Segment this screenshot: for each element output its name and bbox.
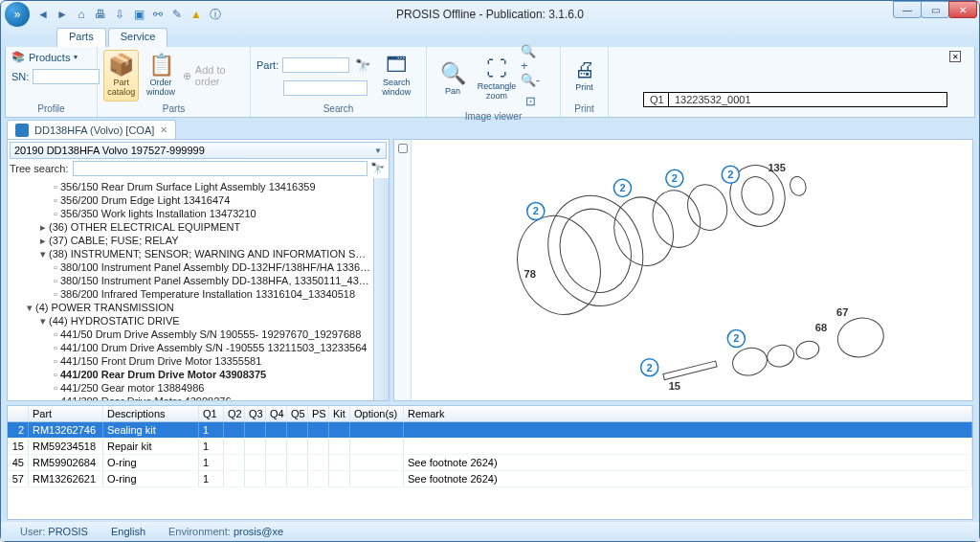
qat-home-icon[interactable]: ⌂	[74, 7, 89, 22]
tree-node[interactable]: 441/300 Rear Drive Motor 43908276	[13, 395, 371, 400]
tree-node[interactable]: (4) POWER TRANSMISSION	[13, 301, 371, 314]
col-header[interactable]: Part	[29, 406, 103, 421]
tree-node[interactable]: 356/200 Drum Edge Light 13416474	[13, 193, 371, 207]
svg-point-5	[681, 179, 732, 235]
minimize-button[interactable]: —	[893, 1, 922, 18]
tree-node[interactable]: 356/150 Rear Drum Surface Light Assembly…	[13, 180, 371, 193]
qat-export-icon[interactable]: ⇩	[112, 7, 127, 22]
tree-search-input[interactable]	[73, 161, 368, 176]
col-header[interactable]: Descriptions	[103, 406, 199, 421]
pan-button[interactable]: 🔍Pan	[433, 54, 473, 105]
svg-rect-13	[663, 361, 717, 380]
q1-close-icon[interactable]: ✕	[949, 51, 961, 62]
status-env: prosis@xe	[234, 526, 283, 537]
tree-node[interactable]: 356/350 Work lights Installation 1347321…	[13, 207, 371, 220]
print-button[interactable]: 🖨Print	[567, 50, 602, 102]
callout: 2	[666, 169, 683, 187]
model-combo[interactable]: 20190 DD138HFA Volvo 197527-999999▼	[10, 142, 387, 159]
svg-text:2: 2	[672, 172, 678, 184]
search-window-button[interactable]: 🗔Search window	[376, 50, 416, 102]
order-window-button[interactable]: 📋Order window	[143, 50, 178, 102]
qat-back-icon[interactable]: ◄	[35, 7, 51, 22]
image-panel: 2 78 2 2 2 135 2 15 2 67 68	[393, 139, 973, 401]
maximize-button[interactable]: ▭	[921, 1, 949, 18]
zoom-out-icon[interactable]: 🔍-	[521, 70, 540, 89]
qat-box-icon[interactable]: ▣	[131, 7, 146, 22]
col-header[interactable]: Option(s)	[350, 406, 404, 421]
svg-text:2: 2	[727, 169, 733, 180]
tree-node[interactable]: 441/200 Rear Drum Drive Motor 43908375	[13, 368, 371, 381]
tree-node[interactable]: 386/200 Infrared Temperature Installatio…	[13, 287, 371, 301]
part-catalog-button[interactable]: 📦Part catalog	[103, 50, 139, 102]
table-row[interactable]: 2RM13262746Sealing kit1	[8, 422, 972, 439]
doc-tab[interactable]: DD138HFA (Volvo) [COA] ✕	[7, 120, 176, 139]
tab-service[interactable]: Service	[108, 28, 168, 47]
qat-link-icon[interactable]: ⚯	[150, 7, 166, 22]
col-header[interactable]	[8, 406, 29, 421]
table-row[interactable]: 15RM59234518Repair kit1	[8, 439, 972, 455]
tree-node[interactable]: (36) OTHER ELECTRICAL EQUIPMENT	[13, 220, 371, 234]
col-header[interactable]: Q4	[266, 406, 287, 421]
binoculars-icon[interactable]: 🔭	[353, 56, 372, 75]
col-header[interactable]: Remark	[404, 406, 972, 421]
window-controls: — ▭ ✕	[894, 1, 977, 18]
tree-node[interactable]: (37) CABLE; FUSE; RELAY	[13, 234, 371, 247]
tab-parts[interactable]: Parts	[56, 28, 106, 47]
col-header[interactable]: PS	[308, 406, 329, 421]
part-input[interactable]	[282, 57, 349, 73]
zoom-fit-icon[interactable]: ⊡	[521, 91, 540, 110]
qat-tool-icon[interactable]: ✎	[169, 7, 185, 22]
titlebar: » ◄ ► ⌂ 🖶 ⇩ ▣ ⚯ ✎ ▲ ⓘ PROSIS Offline - P…	[1, 1, 979, 28]
status-lang[interactable]: English	[111, 526, 145, 537]
sn-input[interactable]	[33, 69, 100, 84]
add-to-order-button[interactable]: Add to order	[195, 64, 244, 87]
qat-info-icon[interactable]: ⓘ	[208, 7, 223, 22]
tree-node[interactable]: 380/150 Instrument Panel Assembly DD-138…	[13, 274, 371, 287]
tree-node[interactable]: 441/150 Front Drum Drive Motor 13355581	[13, 354, 371, 368]
tree-node[interactable]: 441/250 Gear motor 13884986	[13, 381, 371, 395]
table-row[interactable]: 57RM13262621O-ring1See footnote 2624)	[8, 471, 972, 487]
tree-node[interactable]: (38) INSTRUMENT; SENSOR; WARNING AND INF…	[13, 247, 371, 260]
quick-access-toolbar: ◄ ► ⌂ 🖶 ⇩ ▣ ⚯ ✎ ▲ ⓘ	[35, 7, 223, 22]
tree-node[interactable]: 380/100 Instrument Panel Assembly DD-132…	[13, 260, 371, 274]
col-header[interactable]: Q5	[287, 406, 308, 421]
svg-point-0	[534, 183, 657, 318]
tree-search-icon[interactable]: 🔭	[368, 162, 387, 175]
callout: 2	[722, 166, 739, 183]
tree-node[interactable]: 441/100 Drum Drive Assembly S/N -190555 …	[13, 341, 371, 354]
tree-scrollbar[interactable]	[373, 178, 389, 400]
parts-tree[interactable]: 356/150 Rear Drum Surface Light Assembly…	[8, 178, 373, 400]
qat-warn-icon[interactable]: ▲	[189, 7, 204, 22]
part-select[interactable]	[283, 80, 368, 96]
qat-print-icon[interactable]: 🖶	[93, 7, 108, 22]
table-header[interactable]: PartDescriptionsQ1Q2Q3Q4Q5PSKitOption(s)…	[8, 406, 972, 422]
svg-point-2	[505, 205, 613, 326]
ribbon-tabs: Parts Service	[1, 28, 979, 47]
zoom-in-icon[interactable]: 🔍+	[521, 49, 540, 68]
close-button[interactable]: ✕	[948, 1, 977, 18]
parts-diagram[interactable]: 2 78 2 2 2 135 2 15 2 67 68	[412, 140, 972, 400]
status-user: PROSIS	[48, 526, 88, 537]
products-label[interactable]: Products	[29, 52, 70, 63]
ribbon: 📚Products▾ SN: Profile 📦Part catalog 📋Or…	[5, 47, 975, 118]
doc-tab-close-icon[interactable]: ✕	[160, 124, 167, 135]
thumbnail-strip[interactable]	[394, 140, 412, 400]
tree-node[interactable]: (44) HYDROSTATIC DRIVE	[13, 314, 371, 327]
svg-point-4	[646, 184, 708, 253]
qat-forward-icon[interactable]: ►	[55, 7, 70, 22]
col-header[interactable]: Kit	[329, 406, 350, 421]
table-row[interactable]: 45RM59902684O-ring1See footnote 2624)	[8, 455, 972, 471]
rect-zoom-button[interactable]: ⛶Rectangle zoom	[477, 54, 517, 105]
document-tabs: DD138HFA (Volvo) [COA] ✕	[1, 118, 979, 139]
col-header[interactable]: Q1	[199, 406, 224, 421]
tree-node[interactable]: 441/50 Drum Drive Assembly S/N 190555- 1…	[13, 327, 371, 341]
col-header[interactable]: Q2	[224, 406, 245, 421]
doc-icon	[15, 124, 29, 137]
q1-field: Q113223532_0001	[643, 92, 947, 107]
svg-text:68: 68	[815, 322, 827, 333]
q1-value[interactable]: 13223532_0001	[669, 93, 947, 106]
table-body: 2RM13262746Sealing kit115RM59234518Repai…	[8, 422, 972, 487]
col-header[interactable]: Q3	[245, 406, 266, 421]
tree-search-label: Tree search:	[10, 163, 73, 174]
app-menu-icon[interactable]: »	[5, 2, 30, 27]
